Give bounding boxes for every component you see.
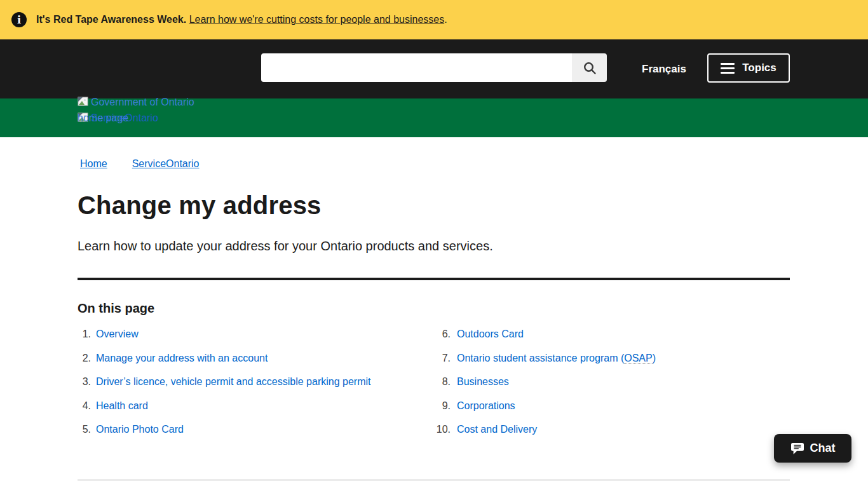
alert-banner: i It's Red Tape Awareness Week. Learn ho… bbox=[0, 0, 868, 39]
breadcrumb-link-home[interactable]: Home bbox=[78, 158, 107, 170]
info-icon: i bbox=[11, 12, 27, 27]
toc-number: 10. bbox=[433, 424, 451, 435]
menu-icon bbox=[721, 63, 735, 74]
toc-item: 2. Manage your address with an account bbox=[78, 353, 433, 377]
toc-number: 9. bbox=[433, 400, 451, 412]
chat-button-label: Chat bbox=[810, 442, 836, 455]
ontario-home-link[interactable]: Government of Ontario home page bbox=[78, 94, 201, 126]
search-bar bbox=[261, 53, 607, 82]
chat-button[interactable]: Chat bbox=[774, 434, 851, 463]
toc-number: 4. bbox=[78, 400, 91, 412]
toc-number: 6. bbox=[433, 329, 451, 340]
toc-link-osap[interactable]: Ontario student assistance program (OSAP… bbox=[457, 353, 656, 364]
toc-link-businesses[interactable]: Businesses bbox=[457, 376, 509, 388]
toc-osap-suffix: ) bbox=[653, 353, 656, 363]
toc-item: 8. Businesses bbox=[433, 376, 656, 400]
toc-item: 4. Health card bbox=[78, 400, 433, 424]
toc-link-outdoors-card[interactable]: Outdoors Card bbox=[457, 329, 524, 340]
language-toggle-link[interactable]: Français bbox=[642, 39, 686, 98]
toc-item: 10. Cost and Delivery bbox=[433, 424, 656, 448]
page-title: Change my address bbox=[78, 191, 790, 220]
toc-link-manage-address[interactable]: Manage your address with an account bbox=[96, 353, 268, 364]
search-button[interactable] bbox=[572, 53, 607, 82]
page-intro: Learn how to update your address for you… bbox=[78, 239, 790, 254]
toc-list: 1. Overview 2. Manage your address with … bbox=[78, 329, 790, 448]
search-input[interactable] bbox=[261, 53, 572, 82]
section-divider bbox=[78, 278, 790, 280]
search-icon bbox=[582, 60, 597, 76]
broken-image-icon bbox=[78, 97, 89, 107]
toc-item: 6. Outdoors Card bbox=[433, 329, 656, 353]
osap-abbr: OSAP bbox=[624, 353, 652, 364]
toc-number: 1. bbox=[78, 329, 91, 340]
chat-icon bbox=[790, 442, 804, 455]
toc-osap-prefix: Ontario student assistance program ( bbox=[457, 353, 624, 363]
toc-number: 8. bbox=[433, 376, 451, 388]
toc-link-photo-card[interactable]: Ontario Photo Card bbox=[96, 424, 184, 435]
toc-item: 9. Corporations bbox=[433, 400, 656, 424]
breadcrumb: Home ServiceOntario bbox=[78, 137, 790, 170]
toc-heading: On this page bbox=[78, 301, 790, 316]
toc-link-overview[interactable]: Overview bbox=[96, 329, 139, 340]
bottom-divider bbox=[78, 479, 790, 481]
toc-item: 3. Driver’s licence, vehicle permit and … bbox=[78, 376, 433, 400]
ontario-logo-alt-text: Government of Ontario home page bbox=[78, 97, 194, 123]
alert-bold-text: It's Red Tape Awareness Week. bbox=[36, 14, 186, 25]
topics-button-label: Topics bbox=[742, 62, 776, 74]
toc-link-health-card[interactable]: Health card bbox=[96, 400, 148, 412]
site-header: Government of Ontario home page Français… bbox=[0, 39, 868, 98]
toc-number: 3. bbox=[78, 376, 91, 388]
toc-link-cost-delivery[interactable]: Cost and Delivery bbox=[457, 424, 537, 435]
breadcrumb-link-serviceontario[interactable]: ServiceOntario bbox=[130, 158, 200, 170]
toc-link-drivers-licence[interactable]: Driver’s licence, vehicle permit and acc… bbox=[96, 376, 370, 388]
topics-button[interactable]: Topics bbox=[707, 53, 790, 83]
toc-number: 7. bbox=[433, 353, 451, 364]
alert-text: It's Red Tape Awareness Week. Learn how … bbox=[36, 14, 447, 25]
toc-item: 1. Overview bbox=[78, 329, 433, 353]
toc-item: 7. Ontario student assistance program (O… bbox=[433, 353, 656, 377]
toc-item: 5. Ontario Photo Card bbox=[78, 424, 433, 448]
toc-link-corporations[interactable]: Corporations bbox=[457, 400, 515, 412]
toc-column-right: 6. Outdoors Card 7. Ontario student assi… bbox=[433, 329, 656, 448]
toc-number: 5. bbox=[78, 424, 91, 435]
alert-period: . bbox=[444, 14, 447, 25]
main-content: Home ServiceOntario Change my address Le… bbox=[0, 137, 868, 448]
alert-link[interactable]: Learn how we're cutting costs for people… bbox=[189, 14, 445, 25]
toc-number: 2. bbox=[78, 353, 91, 364]
toc-column-left: 1. Overview 2. Manage your address with … bbox=[78, 329, 433, 448]
